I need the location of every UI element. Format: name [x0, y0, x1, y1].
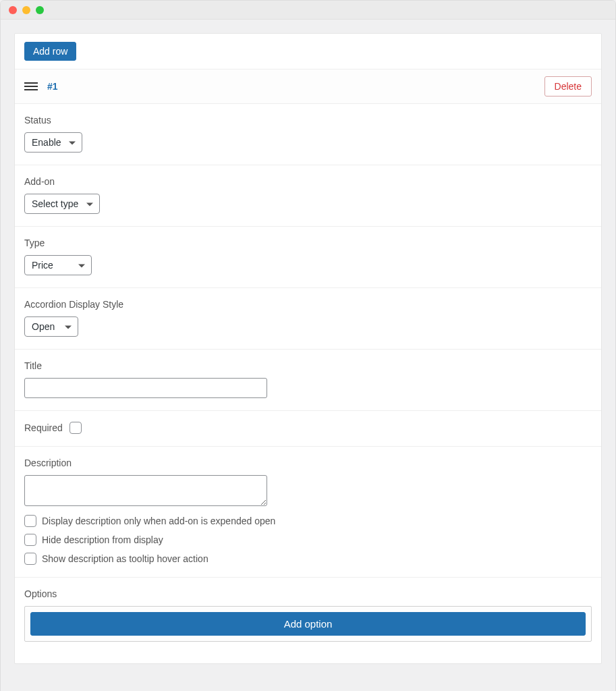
description-textarea[interactable] — [24, 475, 267, 506]
desc-expanded-label: Display description only when add-on is … — [42, 516, 275, 526]
row-header: #1 Delete — [15, 70, 601, 104]
desc-hide-label: Hide description from display — [42, 534, 163, 545]
close-icon[interactable] — [9, 6, 17, 14]
mac-titlebar — [1, 1, 615, 20]
add-row-button[interactable]: Add row — [24, 42, 76, 61]
type-label: Type — [24, 238, 592, 248]
status-select[interactable]: Enable — [24, 132, 82, 153]
field-accordion: Accordion Display Style Open — [15, 288, 601, 350]
addon-select[interactable]: Select type — [24, 194, 100, 214]
window: Add row #1 Delete Status Enable — [0, 0, 616, 691]
required-label: Required — [24, 422, 63, 433]
page-content: Add row #1 Delete Status Enable — [1, 20, 615, 691]
options-label: Options — [24, 588, 592, 599]
type-select-wrap: Price — [24, 255, 92, 275]
accordion-label: Accordion Display Style — [24, 299, 592, 310]
title-input[interactable] — [24, 378, 267, 398]
title-label: Title — [24, 360, 592, 371]
status-select-wrap: Enable — [24, 132, 82, 153]
desc-expanded-checkbox[interactable] — [24, 515, 36, 527]
drag-handle-icon[interactable] — [24, 82, 38, 90]
addon-select-wrap: Select type — [24, 194, 100, 214]
delete-row-button[interactable]: Delete — [544, 76, 592, 96]
options-box: Add option — [24, 606, 592, 642]
row-header-left: #1 — [24, 81, 58, 92]
field-options: Options Add option — [15, 578, 601, 654]
desc-tooltip-checkbox[interactable] — [24, 553, 36, 565]
accordion-select-wrap: Open — [24, 316, 78, 337]
type-select[interactable]: Price — [24, 255, 92, 275]
desc-tooltip-label: Show description as tooltip hover action — [42, 553, 208, 564]
field-title: Title — [15, 350, 601, 411]
field-type: Type Price — [15, 227, 601, 288]
addon-label: Add-on — [24, 176, 592, 187]
field-description: Description Display description only whe… — [15, 447, 601, 578]
minimize-icon[interactable] — [22, 6, 30, 14]
desc-opt-expanded: Display description only when add-on is … — [24, 515, 592, 527]
accordion-select[interactable]: Open — [24, 316, 78, 337]
field-required: Required — [15, 411, 601, 447]
row-id-label: #1 — [47, 81, 58, 92]
description-label: Description — [24, 458, 592, 468]
status-label: Status — [24, 115, 592, 126]
required-checkbox[interactable] — [69, 422, 82, 434]
form-body: Status Enable Add-on Select type — [15, 104, 601, 663]
panel-header: Add row — [15, 34, 601, 70]
field-addon: Add-on Select type — [15, 165, 601, 227]
add-option-button[interactable]: Add option — [30, 612, 586, 636]
desc-opt-hide: Hide description from display — [24, 534, 592, 546]
maximize-icon[interactable] — [36, 6, 44, 14]
field-status: Status Enable — [15, 104, 601, 165]
form-panel: Add row #1 Delete Status Enable — [14, 33, 602, 664]
desc-opt-tooltip: Show description as tooltip hover action — [24, 553, 592, 565]
desc-hide-checkbox[interactable] — [24, 534, 36, 546]
